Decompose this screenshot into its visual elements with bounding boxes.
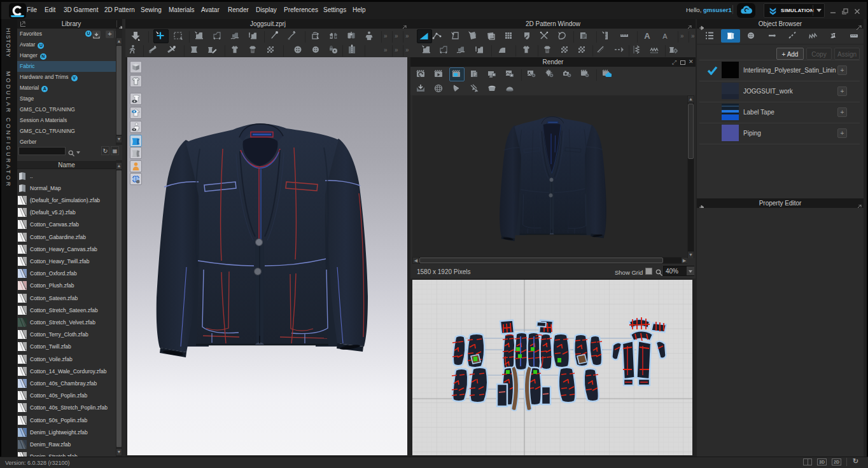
svg-text:A: A xyxy=(644,31,650,41)
svg-text:A: A xyxy=(662,32,668,40)
